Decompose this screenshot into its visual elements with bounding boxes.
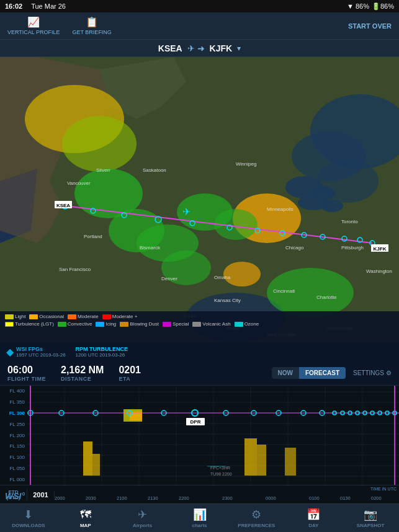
time-0000: 0000 (266, 495, 276, 501)
flight-time-stat: 06:00 FLIGHT TIME (7, 365, 46, 382)
svg-text:Toronto: Toronto (341, 219, 358, 224)
svg-text:Saskatoon: Saskatoon (143, 167, 166, 173)
fl100-label: FL 100 (0, 454, 27, 460)
tab-airports[interactable]: ✈ Airports (114, 505, 171, 531)
svg-text:✈: ✈ (182, 206, 191, 217)
snapshot-icon: 📷 (364, 508, 377, 521)
snapshot-label: SNAPSHOT (357, 523, 384, 528)
map-icon: 🗺 (80, 508, 91, 521)
preferences-icon: ⚙ (251, 508, 261, 521)
legend-row-1: Light Occasional Moderate Moderate + (5, 314, 394, 319)
map-label: MAP (80, 523, 91, 528)
time-0130: 0130 (340, 495, 351, 501)
legend-occasional: Occasional (29, 314, 64, 319)
time-2200: 2200 (179, 495, 189, 501)
legend-moderate: Moderate (68, 314, 99, 319)
svg-text:DPR: DPR (191, 419, 201, 425)
status-date: Tue Mar 26 (31, 2, 66, 10)
svg-text:San Francisco: San Francisco (59, 267, 91, 272)
start-over-button[interactable]: START OVER (348, 22, 392, 30)
map-area[interactable]: ✈ KSEA KJFK Portland San Francisco Vanco… (0, 57, 399, 342)
battery-icon: 🔋86% (372, 2, 394, 11)
svg-text:Silverr: Silverr (96, 167, 110, 173)
route-arrow-icon: ✈ ➜ (187, 43, 205, 53)
time-2030: 2030 (86, 495, 96, 501)
charts-label: charts (192, 523, 207, 528)
wsi-logo-bottom: WSI° (5, 491, 25, 501)
forecast-button[interactable]: FORECAST (299, 367, 346, 379)
get-briefing-button[interactable]: 📋 GET BRIEFING (73, 16, 112, 35)
day-icon: 📅 (307, 508, 320, 521)
fl200-label: FL 200 (0, 433, 27, 438)
airports-icon: ✈ (138, 508, 147, 521)
airports-label: Airports (133, 523, 152, 528)
svg-rect-82 (244, 438, 257, 476)
legend-convective: Convective (58, 321, 92, 327)
now-button[interactable]: NOW (272, 367, 299, 379)
svg-text:Pittsburgh: Pittsburgh (341, 245, 364, 250)
svg-text:KJFK: KJFK (374, 246, 387, 252)
svg-point-17 (223, 262, 261, 286)
distance-label: DISTANCE (61, 376, 104, 382)
fl350-label: FL 350 (0, 399, 27, 405)
route-bar: KSEA ✈ ➜ KJFK ▾ (0, 40, 399, 57)
route-chevron-icon[interactable]: ▾ (237, 44, 241, 53)
flight-time-value: 06:00 (7, 365, 46, 376)
time-2100: 2100 (117, 495, 127, 501)
svg-point-7 (321, 200, 343, 212)
svg-text:Bismarck: Bismarck (140, 245, 161, 250)
tab-map[interactable]: 🗺 MAP (57, 506, 114, 531)
fl050-label: FL 050 (0, 466, 27, 471)
turb-date: 1200 UTC 2019-03-26 (76, 352, 128, 358)
eta-stat: 0201 ETA (119, 365, 141, 382)
svg-point-10 (62, 116, 137, 172)
preferences-label: PREFERENCES (238, 523, 275, 528)
svg-text:Kansas City: Kansas City (214, 298, 241, 303)
svg-rect-83 (257, 445, 266, 476)
legend-special: Special (163, 321, 189, 327)
tab-day[interactable]: 📅 DAY (285, 505, 342, 531)
vertical-profile-icon: 📈 (27, 16, 40, 28)
legend-icing: Icing (96, 321, 116, 327)
svg-text:KSEA: KSEA (56, 203, 70, 208)
destination-airport: KJFK (210, 43, 233, 53)
fl000-label: FL 000 (0, 477, 27, 482)
settings-button[interactable]: SETTINGS ⚙ (353, 370, 392, 376)
svg-text:Denver: Denver (161, 276, 177, 282)
tab-downloads[interactable]: ⬇ DOWNLOADS (0, 505, 57, 531)
tab-snapshot[interactable]: 📷 SNAPSHOT (342, 505, 399, 531)
time-0200: 0200 (371, 495, 382, 501)
etd-value: 2001 (27, 491, 55, 499)
svg-text:Charlotte: Charlotte (316, 295, 337, 300)
svg-text:TU98 2200: TU98 2200 (210, 472, 232, 476)
svg-rect-84 (285, 448, 296, 476)
charts-icon: 📊 (193, 508, 207, 521)
svg-text:Chicago: Chicago (285, 245, 304, 250)
legend-turbulence: Turbulence (LGT) (5, 321, 54, 327)
legend-blowing-dust: Blowing Dust (120, 321, 159, 327)
time-0100: 0100 (309, 495, 320, 501)
eta-value: 0201 (119, 365, 141, 376)
downloads-icon: ⬇ (24, 508, 33, 521)
fl250-label: FL 250 (0, 422, 27, 427)
toolbar: 📈 VERTICAL PROFILE 📋 GET BRIEFING START … (0, 12, 399, 40)
turb-label: RPM TURBULENCE (76, 346, 128, 352)
vertical-profile-button[interactable]: 📈 VERTICAL PROFILE (7, 16, 60, 35)
fl150-label: FL 150 (0, 443, 27, 449)
legend-row-2: Turbulence (LGT) Convective Icing Blowin… (5, 321, 394, 327)
time-bar: TIME IN UTC 2000 2030 2100 2130 2200 230… (55, 485, 399, 503)
info-bar: ◆ WSI FPGs 1957 UTC 2019-03-26 RPM TURBU… (0, 342, 399, 361)
legend: Light Occasional Moderate Moderate + Tur… (0, 311, 399, 342)
svg-text:Winnipeg: Winnipeg (236, 161, 256, 167)
tab-charts[interactable]: 📊 charts (171, 505, 228, 531)
distance-stat: 2,162 NM DISTANCE (61, 365, 104, 382)
status-bar: 16:02 Tue Mar 26 ▼ 86% 🔋86% (0, 0, 399, 12)
fl300-label: FL 300 (0, 410, 27, 416)
y-axis-labels: FL 400 FL 350 FL 300 FL 250 FL 200 FL 15… (0, 386, 27, 485)
tab-bar: ⬇ DOWNLOADS 🗺 MAP ✈ Airports 📊 charts ⚙ … (0, 503, 399, 532)
svg-text:Omaha: Omaha (214, 275, 231, 280)
stats-bar: 06:00 FLIGHT TIME 2,162 NM DISTANCE 0201… (0, 361, 399, 386)
svg-text:Cincinnati: Cincinnati (273, 288, 295, 294)
tab-preferences[interactable]: ⚙ PREFERENCES (228, 505, 285, 531)
svg-text:Minneapolis: Minneapolis (267, 206, 294, 212)
